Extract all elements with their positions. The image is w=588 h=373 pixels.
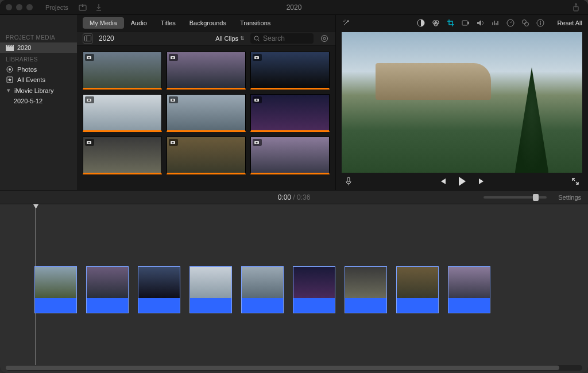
timeline-clip[interactable] bbox=[448, 266, 490, 313]
clip-filter-dropdown[interactable]: All Clips ⇅ bbox=[215, 35, 245, 42]
speed-icon[interactable] bbox=[506, 18, 515, 28]
sidebar-section-libraries: LIBRARIES bbox=[0, 53, 77, 64]
play-button[interactable] bbox=[458, 177, 467, 186]
window-controls bbox=[6, 4, 33, 10]
media-thumbnail[interactable] bbox=[250, 137, 330, 174]
media-thumbnail[interactable] bbox=[167, 137, 246, 174]
crop-icon[interactable] bbox=[446, 18, 455, 28]
camera-icon bbox=[85, 139, 94, 146]
timeline-clip[interactable] bbox=[345, 266, 387, 313]
svg-point-11 bbox=[322, 36, 328, 42]
svg-point-40 bbox=[524, 22, 528, 26]
updown-icon: ⇅ bbox=[240, 36, 245, 41]
camera-icon bbox=[85, 96, 94, 103]
zoom-slider-knob[interactable] bbox=[533, 194, 539, 201]
sidebar-item-event[interactable]: 2020-5-12 bbox=[0, 96, 77, 106]
timeline-clip[interactable] bbox=[86, 266, 129, 313]
tab-backgrounds[interactable]: Backgrounds bbox=[183, 17, 233, 29]
color-correction-icon[interactable] bbox=[431, 18, 440, 28]
media-thumbnail[interactable] bbox=[83, 94, 162, 132]
timeline-clip[interactable] bbox=[34, 266, 77, 313]
timeline-body[interactable] bbox=[0, 204, 588, 373]
fullscreen-icon[interactable] bbox=[571, 177, 580, 186]
viewer-toolbar: Reset All bbox=[336, 15, 588, 31]
svg-point-39 bbox=[522, 20, 526, 24]
svg-point-18 bbox=[256, 57, 258, 59]
back-to-projects-button[interactable]: Projects bbox=[41, 2, 73, 13]
media-thumbnail[interactable] bbox=[250, 52, 330, 90]
timeline-clip[interactable] bbox=[293, 266, 335, 313]
sidebar-item-label: All Events bbox=[17, 76, 45, 83]
zoom-slider[interactable] bbox=[483, 196, 547, 199]
gear-icon bbox=[320, 34, 328, 42]
color-balance-icon[interactable] bbox=[416, 18, 425, 28]
timeline-clip[interactable] bbox=[138, 266, 180, 313]
reset-all-button[interactable]: Reset All bbox=[558, 20, 582, 26]
media-thumbnail[interactable] bbox=[83, 137, 162, 174]
svg-point-14 bbox=[88, 57, 90, 59]
volume-icon[interactable] bbox=[476, 18, 485, 28]
sidebar-project-label: 2020 bbox=[17, 44, 31, 51]
tab-transitions[interactable]: Transitions bbox=[233, 17, 277, 29]
thumbnail-grid bbox=[77, 46, 335, 190]
download-icon[interactable] bbox=[92, 2, 105, 13]
viewer-canvas-wrap bbox=[342, 32, 582, 173]
noise-reduction-icon[interactable] bbox=[491, 18, 500, 28]
timecode-duration: 0:36 bbox=[297, 193, 310, 201]
camera-icon bbox=[253, 54, 262, 61]
toggle-sidebar-button[interactable] bbox=[83, 33, 93, 44]
svg-rect-7 bbox=[85, 36, 91, 41]
import-icon[interactable] bbox=[76, 2, 89, 13]
stabilization-icon[interactable] bbox=[461, 18, 470, 28]
title-bar: Projects 2020 bbox=[0, 0, 588, 15]
disclosure-triangle-icon[interactable]: ▾ bbox=[6, 87, 11, 94]
tab-titles[interactable]: Titles bbox=[154, 17, 183, 29]
svg-line-10 bbox=[258, 40, 260, 41]
tab-audio[interactable]: Audio bbox=[124, 17, 154, 29]
search-icon bbox=[254, 36, 260, 42]
timeline-clip[interactable] bbox=[189, 266, 232, 313]
sidebar-item-label: iMovie Library bbox=[14, 87, 53, 94]
clip-filter-label: All Clips bbox=[215, 35, 238, 42]
browser-settings-button[interactable] bbox=[319, 33, 330, 44]
share-icon[interactable] bbox=[570, 2, 582, 13]
svg-point-5 bbox=[9, 68, 11, 71]
svg-rect-37 bbox=[462, 21, 467, 25]
sidebar-item-label: Photos bbox=[17, 66, 37, 73]
prev-frame-icon[interactable] bbox=[438, 177, 447, 186]
horizontal-scrollbar[interactable] bbox=[6, 365, 582, 371]
close-window[interactable] bbox=[6, 4, 12, 10]
photos-app-icon bbox=[6, 66, 14, 73]
clapperboard-icon bbox=[6, 44, 14, 51]
sidebar-item-all-events[interactable]: All Events bbox=[0, 75, 77, 85]
clip-filter-icon[interactable] bbox=[521, 18, 530, 28]
enhance-wand-icon[interactable] bbox=[342, 18, 351, 28]
sidebar-item-imovie-library[interactable]: ▾ iMovie Library bbox=[0, 85, 77, 96]
svg-point-20 bbox=[88, 99, 90, 101]
svg-point-30 bbox=[256, 142, 258, 143]
svg-point-42 bbox=[540, 21, 541, 22]
viewer-canvas[interactable] bbox=[342, 32, 582, 173]
info-icon[interactable] bbox=[536, 18, 545, 28]
timeline: 0:00 / 0:36 Settings bbox=[0, 191, 588, 373]
media-thumbnail[interactable] bbox=[167, 52, 246, 90]
timeline-clip[interactable] bbox=[241, 266, 284, 313]
sidebar-project-item[interactable]: 2020 bbox=[0, 42, 77, 53]
next-frame-icon[interactable] bbox=[477, 177, 486, 186]
svg-point-9 bbox=[254, 36, 258, 40]
media-thumbnail[interactable] bbox=[167, 94, 246, 132]
tab-my-media[interactable]: My Media bbox=[83, 17, 124, 29]
camera-icon bbox=[169, 139, 178, 146]
timeline-clip[interactable] bbox=[396, 266, 439, 313]
search-field[interactable]: Search bbox=[250, 33, 314, 44]
scrollbar-thumb[interactable] bbox=[6, 366, 559, 370]
camera-icon bbox=[169, 96, 178, 103]
zoom-window[interactable] bbox=[26, 4, 33, 10]
voiceover-mic-icon[interactable] bbox=[344, 177, 353, 186]
media-thumbnail[interactable] bbox=[83, 52, 162, 90]
minimize-window[interactable] bbox=[16, 4, 22, 10]
transport-controls bbox=[336, 173, 588, 190]
media-thumbnail[interactable] bbox=[250, 94, 330, 132]
media-browser: My Media Audio Titles Backgrounds Transi… bbox=[77, 15, 335, 190]
sidebar-item-photos[interactable]: Photos bbox=[0, 64, 77, 75]
